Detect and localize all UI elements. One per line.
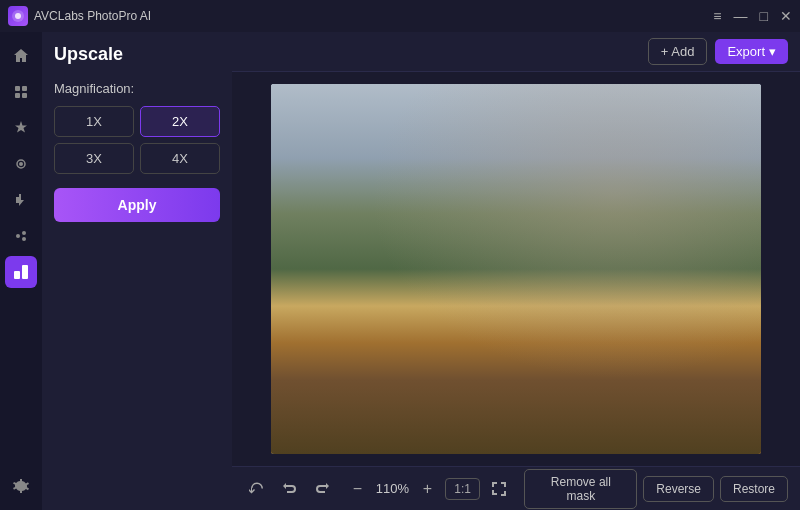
zoom-in-button[interactable]: + [415, 477, 439, 501]
menu-icon[interactable]: ≡ [713, 8, 721, 24]
app-title: AVCLabs PhotoPro AI [34, 9, 151, 23]
canvas-area [232, 72, 800, 466]
sidebar-item-paint[interactable] [5, 220, 37, 252]
svg-rect-13 [271, 84, 761, 454]
svg-marker-22 [506, 129, 526, 164]
export-chevron-icon: ▾ [769, 44, 776, 59]
fit-screen-button[interactable] [486, 475, 512, 503]
ratio-button[interactable]: 1:1 [445, 478, 480, 500]
mag-2x-button[interactable]: 2X [140, 106, 220, 137]
titlebar: AVCLabs PhotoPro AI ≡ — □ ✕ [0, 0, 800, 32]
app-logo [8, 6, 28, 26]
svg-rect-11 [14, 271, 20, 279]
svg-rect-27 [523, 244, 531, 256]
undo-button[interactable] [276, 475, 302, 503]
svg-marker-23 [513, 114, 519, 144]
svg-rect-16 [446, 274, 486, 374]
svg-rect-4 [15, 93, 20, 98]
svg-rect-14 [271, 204, 761, 264]
sidebar-item-enhance[interactable] [5, 112, 37, 144]
titlebar-controls: ≡ — □ ✕ [713, 8, 792, 24]
sidebar-item-tools[interactable] [5, 76, 37, 108]
bottom-toolbar: − 110% + 1:1 Remove all mask Reverse Res… [232, 466, 800, 510]
svg-rect-15 [476, 234, 556, 374]
svg-marker-32 [663, 254, 671, 274]
close-icon[interactable]: ✕ [780, 8, 792, 24]
right-area: + Add Export ▾ [232, 32, 800, 510]
header-bar: + Add Export ▾ [232, 32, 800, 72]
add-button[interactable]: + Add [648, 38, 708, 65]
svg-marker-24 [479, 194, 487, 214]
mag-1x-button[interactable]: 1X [54, 106, 134, 137]
mag-3x-button[interactable]: 3X [54, 143, 134, 174]
magnification-grid: 1X 2X 3X 4X [54, 106, 220, 174]
svg-rect-18 [471, 214, 496, 344]
svg-marker-21 [505, 144, 527, 204]
svg-rect-2 [15, 86, 20, 91]
svg-rect-28 [509, 269, 517, 281]
icon-sidebar [0, 32, 42, 510]
svg-point-10 [22, 237, 26, 241]
svg-rect-19 [536, 224, 561, 344]
titlebar-left: AVCLabs PhotoPro AI [8, 6, 151, 26]
reverse-button[interactable]: Reverse [643, 476, 714, 502]
svg-rect-30 [631, 274, 681, 344]
sidebar-item-home[interactable] [5, 40, 37, 72]
svg-point-9 [22, 231, 26, 235]
panel-title: Upscale [54, 44, 220, 65]
svg-point-1 [15, 13, 21, 19]
sidebar-item-upscale[interactable] [5, 256, 37, 288]
rotate-left-button[interactable] [244, 475, 270, 503]
zoom-out-button[interactable]: − [345, 477, 369, 501]
export-button[interactable]: Export ▾ [715, 39, 788, 64]
svg-point-8 [16, 234, 20, 238]
maximize-icon[interactable]: □ [760, 8, 768, 24]
magnification-label: Magnification: [54, 81, 220, 96]
zoom-percent: 110% [373, 481, 411, 496]
minimize-icon[interactable]: — [734, 8, 748, 24]
svg-rect-3 [22, 86, 27, 91]
sidebar-item-magic[interactable] [5, 148, 37, 180]
redo-button[interactable] [309, 475, 335, 503]
castle-image [271, 84, 761, 454]
restore-button[interactable]: Restore [720, 476, 788, 502]
svg-marker-25 [544, 204, 552, 224]
svg-rect-29 [523, 269, 531, 281]
sidebar-item-plugin[interactable] [5, 184, 37, 216]
svg-marker-31 [646, 249, 656, 274]
svg-rect-5 [22, 93, 27, 98]
svg-rect-20 [501, 204, 531, 334]
panel-sidebar: Upscale Magnification: 1X 2X 3X 4X Apply [42, 32, 232, 510]
zoom-area: − 110% + [345, 477, 439, 501]
svg-rect-26 [509, 244, 517, 256]
svg-point-7 [19, 162, 23, 166]
mag-4x-button[interactable]: 4X [140, 143, 220, 174]
remove-mask-button[interactable]: Remove all mask [524, 469, 637, 509]
svg-rect-17 [546, 284, 586, 374]
apply-button[interactable]: Apply [54, 188, 220, 222]
sidebar-item-settings[interactable] [5, 470, 37, 502]
main-layout: Upscale Magnification: 1X 2X 3X 4X Apply… [0, 32, 800, 510]
svg-rect-12 [22, 265, 28, 279]
